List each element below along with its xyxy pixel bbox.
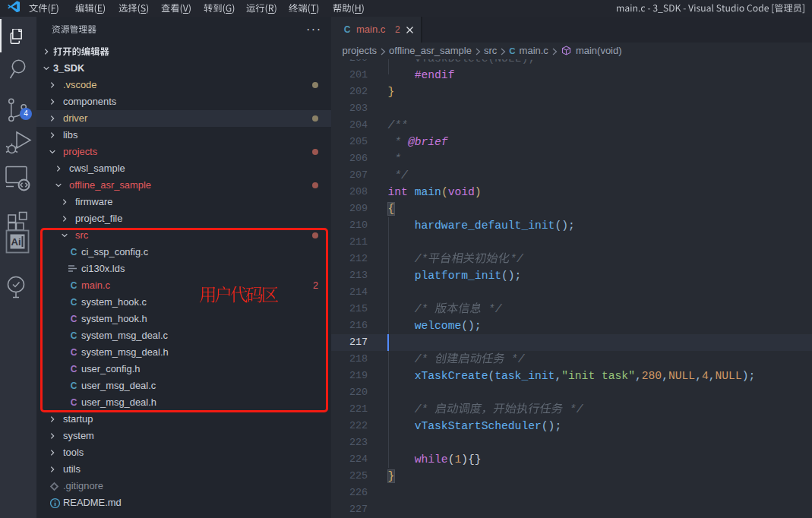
svg-text:Ai: Ai (11, 236, 21, 248)
